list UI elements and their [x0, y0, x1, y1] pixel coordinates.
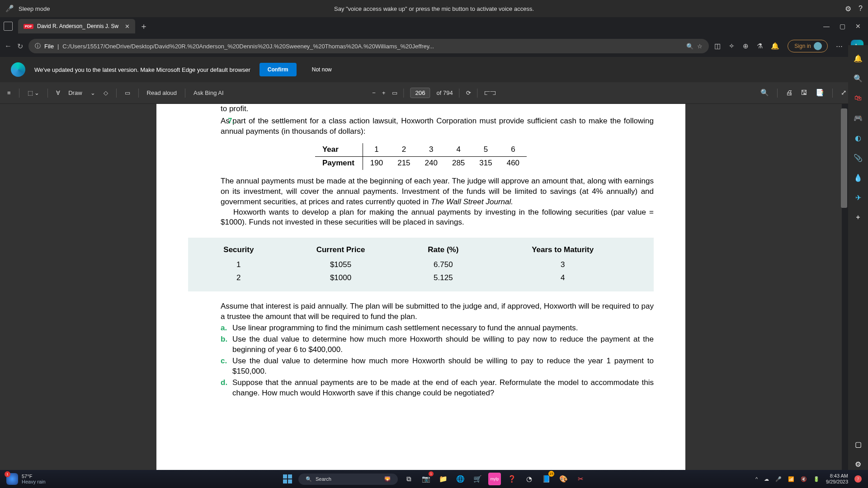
find-icon[interactable]: 🔍: [760, 89, 769, 98]
sidebar-bell-icon[interactable]: 🔔: [852, 52, 864, 64]
help-app-icon[interactable]: ❓: [505, 473, 518, 485]
new-tab-button[interactable]: ＋: [140, 21, 148, 32]
browser-tab[interactable]: PDF David R. Anderson_ Dennis J. Sw ✕: [18, 19, 135, 33]
close-tab-icon[interactable]: ✕: [125, 23, 130, 30]
sidebar-shopping-icon[interactable]: 🛍: [852, 92, 864, 104]
contents-icon[interactable]: ≡: [7, 89, 11, 96]
rotate-icon[interactable]: ⟳: [466, 89, 471, 96]
help-icon[interactable]: ?: [859, 5, 863, 13]
search-icon: 🔍: [306, 476, 312, 482]
fit-icon[interactable]: ▭: [392, 89, 397, 96]
erase-icon[interactable]: ◇: [104, 89, 108, 96]
volume-icon[interactable]: 🔇: [801, 476, 807, 482]
notification-badge[interactable]: 7: [854, 475, 862, 483]
snip-icon[interactable]: ✂: [574, 473, 587, 485]
tray-mic-icon[interactable]: 🎤: [775, 476, 782, 482]
refresh-icon[interactable]: ↻: [17, 42, 23, 51]
sub-d-letter: d.: [221, 378, 232, 399]
sidebar-plus-icon[interactable]: +: [852, 211, 864, 223]
para-3: Assume that interest is paid annually. T…: [221, 301, 654, 322]
sub-b-letter: b.: [221, 334, 232, 355]
url-field[interactable]: ⓘ File | C:/Users/15517/OneDrive/Desktop…: [28, 39, 709, 53]
sidebar-hide-icon[interactable]: ▢: [852, 438, 864, 450]
favorite-icon[interactable]: ☆: [697, 43, 703, 50]
tab-actions-icon[interactable]: [4, 22, 13, 31]
maximize-icon[interactable]: ▢: [840, 23, 845, 30]
tab-title: David R. Anderson_ Dennis J. Sw: [37, 23, 118, 29]
question-text: As part of the settlement for a class ac…: [221, 116, 654, 137]
store-icon[interactable]: 🛒: [471, 473, 484, 485]
sub-a: Use linear programming to find the minim…: [232, 323, 654, 333]
sign-in-button[interactable]: Sign in: [788, 40, 828, 52]
mic-icon[interactable]: 🎤: [5, 5, 14, 13]
tray-chevron-icon[interactable]: ^: [755, 476, 758, 482]
wifi-icon[interactable]: 📶: [788, 476, 794, 482]
close-window-icon[interactable]: ✕: [855, 23, 861, 30]
highlight-icon[interactable]: ▭: [125, 89, 130, 96]
draw-icon[interactable]: ∀: [56, 89, 60, 96]
back-icon[interactable]: ←: [5, 42, 12, 50]
chrome-icon[interactable]: ◔: [523, 473, 535, 485]
favorites-icon[interactable]: ✧: [729, 42, 735, 50]
confirm-button[interactable]: Confirm: [259, 63, 297, 76]
draw-label[interactable]: Draw: [68, 89, 82, 96]
edge-app-icon[interactable]: 🌐: [454, 473, 467, 485]
document-viewport[interactable]: to profit. 7. As part of the settlement …: [0, 104, 842, 470]
cursor-icon[interactable]: ⬚ ⌄: [28, 89, 40, 96]
save-icon[interactable]: 🖫: [801, 89, 807, 98]
collections-icon[interactable]: ⊕: [743, 42, 749, 50]
camera-app-icon[interactable]: 📷1: [420, 473, 432, 485]
word-icon[interactable]: 📘15: [540, 473, 552, 485]
taskbar-search[interactable]: 🔍 Search 🌄: [298, 474, 398, 485]
page-view-icon[interactable]: ⫍⫎: [484, 89, 496, 96]
not-now-button[interactable]: Not now: [306, 63, 338, 76]
sign-in-label: Sign in: [794, 43, 811, 49]
sidebar-games-icon[interactable]: 🎮: [852, 112, 864, 124]
payment-label: Payment: [315, 156, 363, 169]
task-view-icon[interactable]: ⧉: [402, 473, 415, 485]
zoom-indicator-icon[interactable]: 🔍: [686, 43, 693, 50]
read-aloud-button[interactable]: Read aloud: [147, 89, 177, 96]
extensions-icon[interactable]: ⚗: [757, 42, 763, 50]
taskbar: 1 57°F Heavy rain 🔍 Search 🌄 ⧉ 📷1 📁 🌐 🛒 …: [0, 470, 868, 488]
info-icon[interactable]: ⓘ: [35, 42, 41, 50]
pdf-badge: PDF: [24, 24, 33, 29]
ask-bing-button[interactable]: Ask Bing AI: [193, 89, 223, 96]
sidebar-send-icon[interactable]: ✈: [852, 192, 864, 203]
url-path: C:/Users/15517/OneDrive/Desktop/David%20…: [62, 43, 434, 50]
zoom-out-icon[interactable]: −: [372, 89, 376, 96]
voice-hint: Say "voice access wake up" or press the …: [334, 5, 534, 12]
sidebar-settings-icon[interactable]: ⚙: [852, 458, 864, 470]
paint-icon[interactable]: 🎨: [557, 473, 570, 485]
fullscreen-icon[interactable]: ⤢: [841, 89, 847, 98]
pdf-page: to profit. 7. As part of the settlement …: [156, 104, 685, 470]
voice-mode: Sleep mode: [19, 5, 50, 12]
minimize-icon[interactable]: —: [823, 23, 830, 30]
page-input[interactable]: [410, 88, 430, 98]
clock[interactable]: 8:43 AM 9/29/2023: [826, 473, 848, 484]
scrollbar-thumb[interactable]: [841, 108, 847, 208]
edge-logo-icon: [11, 62, 25, 77]
sidebar-drop-icon[interactable]: 💧: [852, 172, 864, 183]
print-icon[interactable]: 🖨: [786, 89, 793, 98]
more-icon[interactable]: ⋯: [836, 42, 843, 50]
onedrive-icon[interactable]: ☁: [764, 476, 769, 482]
start-button[interactable]: [281, 473, 294, 485]
mylp-app-icon[interactable]: mylp: [488, 473, 501, 485]
split-screen-icon[interactable]: ◫: [714, 42, 721, 50]
tab-strip: PDF David R. Anderson_ Dennis J. Sw ✕ ＋ …: [0, 17, 868, 35]
sidebar-search-icon[interactable]: 🔍: [852, 72, 864, 84]
draw-chevron-icon[interactable]: ⌄: [90, 89, 95, 96]
search-art-icon: 🌄: [384, 476, 391, 482]
settings-icon[interactable]: ⚙: [845, 5, 851, 13]
zoom-in-icon[interactable]: +: [382, 89, 386, 96]
weather-widget[interactable]: 1 57°F Heavy rain: [6, 473, 46, 485]
voice-access-bar: 🎤 Sleep mode Say "voice access wake up" …: [0, 0, 868, 17]
notifications-icon[interactable]: 🔔: [771, 42, 779, 50]
explorer-icon[interactable]: 📁: [437, 473, 449, 485]
saveas-icon[interactable]: 📑: [816, 89, 824, 98]
search-label: Search: [316, 476, 331, 482]
battery-icon[interactable]: 🔋: [813, 476, 820, 482]
sidebar-office-icon[interactable]: 📎: [852, 152, 864, 164]
sidebar-tools-icon[interactable]: ◐: [852, 132, 864, 144]
